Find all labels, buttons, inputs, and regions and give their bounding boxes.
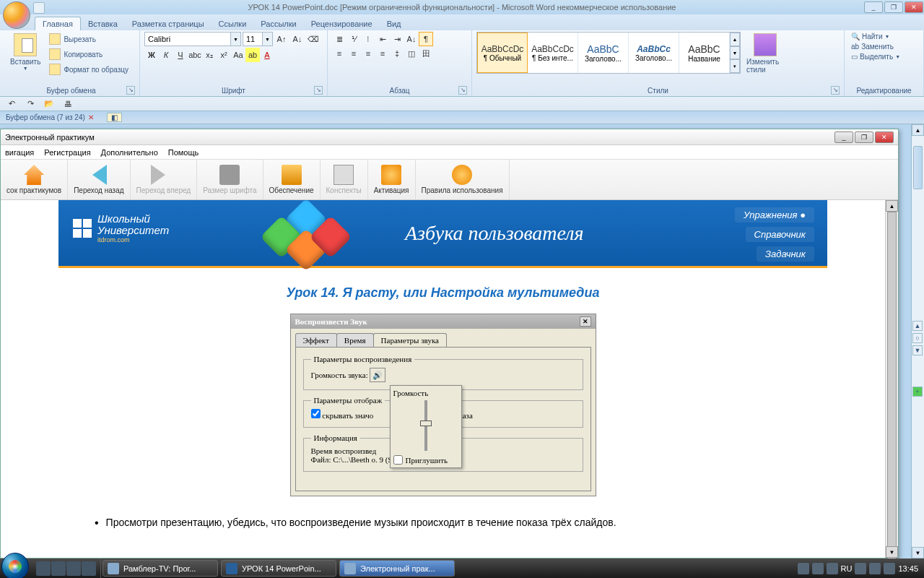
mute-checkbox[interactable]: Приглушить [393,455,458,465]
minimize-button[interactable]: _ [864,1,883,13]
clock[interactable]: 13:45 [898,564,918,573]
tray-icon[interactable] [798,563,809,574]
align-right-button[interactable]: ≡ [361,46,375,61]
tab-references[interactable]: Ссылки [212,17,254,30]
styles-gallery[interactable]: AaBbCcDc¶ Обычный AaBbCcDc¶ Без инте... … [476,32,741,74]
font-color-button[interactable]: A [260,48,274,62]
taskbar-practicum[interactable]: Электронный прак... [339,560,455,577]
tab-effect[interactable]: Эффект [295,333,337,347]
style-heading1[interactable]: AaBbCЗаголово... [578,33,629,73]
styles-down[interactable]: ▼ [730,46,740,60]
resources-button[interactable]: Обеспечение [263,160,321,199]
styles-up[interactable]: ▲ [730,33,740,46]
tab-sound-params[interactable]: Параметры звука [373,333,447,347]
cut-button[interactable]: Вырезать [46,32,131,46]
tab-mailings[interactable]: Рассылки [253,17,303,30]
dialog-close-button[interactable]: ✕ [580,316,591,327]
tab-insert[interactable]: Вставка [81,17,125,30]
volume-icon[interactable] [884,563,895,574]
office-button[interactable] [3,1,30,29]
style-normal[interactable]: AaBbCcDc¶ Обычный [477,33,528,73]
numbering-button[interactable]: ⅟ [346,32,361,46]
maximize-button[interactable]: ❐ [884,1,903,13]
font-name-combo[interactable]: ▼ [144,32,241,46]
next-page-button[interactable]: ▼ [912,345,923,355]
hide-icon-checkbox[interactable]: скрывать значо [311,411,374,420]
styles-more[interactable]: ▾ [730,59,740,73]
shading-button[interactable]: ◫ [404,46,419,61]
para-dialog-launcher[interactable]: ↘ [458,86,467,95]
align-left-button[interactable]: ≡ [332,46,346,61]
browse-object-button[interactable]: ○ [912,333,923,343]
ql-app-icon[interactable] [82,561,96,576]
bullets-button[interactable]: ≣ [332,32,346,46]
indent-button[interactable]: ⇥ [390,32,404,46]
scroll-up-button[interactable]: ▲ [912,124,924,136]
practicum-titlebar[interactable]: Электронный практикум _ ❐ ✕ [1,129,898,145]
scroll-down-button[interactable]: ▼ [912,547,924,558]
multilevel-button[interactable]: ⁝ [361,32,375,46]
nav-problems[interactable]: Задачник [757,246,814,262]
superscript-button[interactable]: x² [217,48,231,62]
start-button[interactable] [1,553,29,579]
taskbar-word[interactable]: УРОК 14 PowerPoin... [221,560,336,577]
change-case-button[interactable]: Aa [231,48,245,62]
tray-icon[interactable] [855,563,866,574]
forward-button[interactable]: Переход вперед [131,160,198,199]
nav-reference[interactable]: Справочник [746,227,814,242]
clipboard-dialog-launcher[interactable]: ↘ [126,86,135,95]
menu-help[interactable]: Помощь [168,148,199,157]
lang-indicator[interactable]: RU [841,564,853,573]
outdent-button[interactable]: ⇤ [375,32,390,46]
bold-button[interactable]: Ж [144,48,159,62]
sort-button[interactable]: A↓ [404,32,419,46]
menu-register[interactable]: Регистрация [44,148,90,157]
volume-slider[interactable] [393,400,458,451]
qat-save-icon[interactable] [33,2,45,14]
styles-dialog-launcher[interactable]: ↘ [831,86,840,95]
print-button[interactable]: 🖶 [61,97,75,111]
justify-button[interactable]: ≡ [375,46,390,61]
find-button[interactable]: 🔍Найти▼ [849,32,902,41]
ql-switch-icon[interactable] [51,561,66,576]
ql-ie-icon[interactable] [66,561,81,576]
back-button[interactable]: Переход назад [68,160,130,199]
font-dialog-launcher[interactable]: ↘ [314,86,323,95]
copy-button[interactable]: Копировать [46,47,131,61]
highlight-button[interactable]: ab [245,48,260,62]
font-size-combo[interactable]: ▼ [243,32,273,46]
replace-button[interactable]: abЗаменить [849,42,902,51]
tab-view[interactable]: Вид [380,17,409,30]
menu-additional[interactable]: Дополнительно [101,148,158,157]
tray-icon[interactable] [812,563,824,574]
prac-scroll-up[interactable]: ▲ [886,200,898,212]
open-button[interactable]: 📂 [42,97,56,111]
shrink-font-button[interactable]: A↓ [290,32,305,46]
notes-button[interactable]: Конспекты [321,160,368,199]
volume-thumb[interactable] [420,420,432,426]
tray-icon[interactable] [827,563,838,574]
nav-exercises[interactable]: Упражнения ● [735,207,814,223]
ql-desktop-icon[interactable] [36,561,51,576]
grow-font-button[interactable]: A↑ [274,32,289,46]
font-size-button[interactable]: Размер шрифта [197,160,263,199]
prac-close-button[interactable]: ✕ [875,131,894,143]
change-styles-button[interactable]: Изменить стили [744,32,787,85]
tab-home[interactable]: Главная [35,17,81,30]
strike-button[interactable]: abc [188,48,202,62]
format-painter-button[interactable]: Формат по образцу [46,62,131,77]
menu-nav[interactable]: вигация [5,148,34,157]
zoom-plus-icon[interactable]: + [912,387,923,397]
volume-button[interactable]: 🔊 [370,368,385,382]
paste-button[interactable]: Вставить ▼ [7,32,43,72]
rules-button[interactable]: Правила использования [416,160,510,199]
clear-format-button[interactable]: ⌫ [306,32,321,46]
redo-button[interactable]: ↷ [23,97,38,111]
prev-page-button[interactable]: ▲ [912,321,923,331]
prac-scroll-down[interactable]: ▼ [886,546,898,558]
tab-timing[interactable]: Время [336,333,374,347]
show-marks-button[interactable]: ¶ [419,32,433,46]
prac-maximize-button[interactable]: ❐ [855,131,873,143]
italic-button[interactable]: К [159,48,173,62]
line-spacing-button[interactable]: ‡ [390,46,404,61]
